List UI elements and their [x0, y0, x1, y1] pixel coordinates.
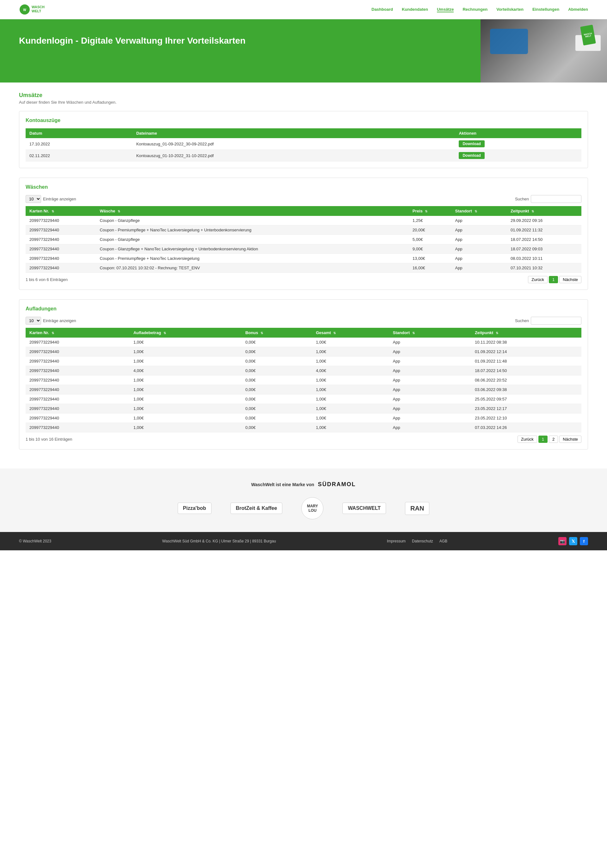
col-standort: Standort ⇅ [451, 206, 506, 216]
datum-cell: 17.10.2022 [26, 138, 132, 150]
waesche-cell: Coupon: 07.10.2021 10:32:02 - Rechnung: … [96, 263, 408, 273]
facebook-icon[interactable]: f [580, 537, 588, 545]
standort-cell: App [451, 235, 506, 244]
waeschen-page-1-btn[interactable]: 1 [549, 276, 558, 283]
aufladungen-search-input[interactable] [531, 317, 581, 325]
page-subtitle: Auf dieser finden Sie Ihre Wäschen und A… [19, 100, 588, 105]
bonus-cell: 0,00€ [242, 385, 312, 394]
instagram-icon[interactable]: 📷 [558, 537, 567, 545]
footer-agb[interactable]: AGB [439, 539, 447, 543]
waeschen-next-btn[interactable]: Nächste [559, 276, 581, 283]
col-waesche: Wäsche ⇅ [96, 206, 408, 216]
waeschen-search-label: Suchen [515, 197, 529, 202]
action-cell: Download [455, 138, 581, 150]
footer-brand-name: SÜDRAMOL [318, 481, 356, 487]
bonus-cell: 0,00€ [242, 366, 312, 375]
aufladungen-card: Aufladungen 10 25 50 Einträge anzeigen S… [19, 299, 588, 450]
zeitpunkt-cell: 25.05.2022 09:57 [471, 394, 581, 404]
col-gesamt: Gesamt ⇅ [312, 328, 389, 338]
waeschen-prev-btn[interactable]: Zurück [528, 276, 548, 283]
preis-cell: 20,00€ [409, 225, 452, 235]
aufladungen-search-control: Suchen [515, 317, 581, 325]
aufladebetrag-cell: 1,00€ [130, 347, 242, 356]
zeitpunkt-cell: 18.07.2022 14:50 [507, 235, 581, 244]
table-row: 17.10.2022 Kontoauszug_01-09-2022_30-09-… [26, 138, 581, 150]
aufladebetrag-cell: 1,00€ [130, 423, 242, 432]
nav-einstellungen[interactable]: Einstellungen [532, 7, 559, 12]
aufladungen-page-1-btn[interactable]: 1 [539, 436, 548, 443]
footer-links: Impressum Datenschutz AGB [387, 539, 447, 543]
table-row: 2099773229440 1,00€ 0,00€ 1,00€ App 23.0… [26, 414, 581, 423]
partner-logos: Pizza'bob BrotZeit & Kaffee MARY LOU WAS… [19, 497, 588, 519]
waeschen-search-input[interactable] [531, 195, 581, 203]
table-row: 2099773229440 Coupon - Premiumpflege + N… [26, 225, 581, 235]
col-karten-nr: Karten Nr. ⇅ [26, 206, 96, 216]
zeitpunkt-cell: 08.03.2022 10:11 [507, 254, 581, 263]
table-row: 2099773229440 1,00€ 0,00€ 1,00€ App 23.0… [26, 404, 581, 414]
gesamt-cell: 1,00€ [312, 404, 389, 414]
zeitpunkt-cell: 07.10.2021 10:32 [507, 263, 581, 273]
aufladungen-next-btn[interactable]: Nächste [559, 436, 581, 443]
bonus-cell: 0,00€ [242, 347, 312, 356]
zeitpunkt-cell: 01.09.2022 11:32 [507, 225, 581, 235]
aufladebetrag-cell: 1,00€ [130, 375, 242, 385]
waesche-cell: Coupon - Premiumpflege + NanoTec Lackver… [96, 225, 408, 235]
aufladungen-title: Aufladungen [26, 306, 581, 312]
waeschen-header-row: Karten Nr. ⇅ Wäsche ⇅ Preis ⇅ Standort ⇅… [26, 206, 581, 216]
standort-cell: App [451, 254, 506, 263]
aufladungen-page-2-btn[interactable]: 2 [549, 436, 558, 443]
twitter-icon[interactable]: 𝕏 [569, 537, 577, 545]
kontoauszuege-title: Kontoauszüge [26, 118, 581, 123]
standort-cell: App [389, 347, 471, 356]
nav-kundendaten[interactable]: Kundendaten [402, 7, 428, 12]
table-row: 2099773229440 Coupon - Glanzpflege + Nan… [26, 244, 581, 254]
logo-svg: W WASCH WELT [19, 4, 54, 15]
nav-abmelden[interactable]: Abmelden [568, 7, 588, 12]
preis-cell: 16,00€ [409, 263, 452, 273]
aufladebetrag-cell: 1,00€ [130, 414, 242, 423]
karten-nr-cell: 2099773229440 [26, 375, 130, 385]
bonus-cell: 0,00€ [242, 414, 312, 423]
table-row: 2099773229440 1,00€ 0,00€ 1,00€ App 10.1… [26, 338, 581, 347]
bonus-cell: 0,00€ [242, 375, 312, 385]
nav-vorteilskarten[interactable]: Vorteilskarten [496, 7, 523, 12]
nav-dashboard[interactable]: Dashboard [371, 7, 393, 12]
download-button[interactable]: Download [459, 140, 484, 147]
waeschen-search-control: Suchen [515, 195, 581, 203]
waeschen-entries-select[interactable]: 10 25 50 [26, 195, 41, 203]
download-button[interactable]: Download [459, 152, 484, 159]
aufladungen-prev-btn[interactable]: Zurück [517, 436, 537, 443]
aufladebetrag-cell: 1,00€ [130, 394, 242, 404]
gesamt-cell: 1,00€ [312, 356, 389, 366]
col-dateiname: Dateiname [132, 128, 455, 138]
table-row: 2099773229440 1,00€ 0,00€ 1,00€ App 03.0… [26, 385, 581, 394]
footer-brand-text: WaschWelt ist eine Marke von [251, 482, 314, 487]
standort-cell: App [389, 366, 471, 375]
gesamt-cell: 1,00€ [312, 375, 389, 385]
nav-rechnungen[interactable]: Rechnungen [463, 7, 487, 12]
karten-nr-cell: 2099773229440 [26, 235, 96, 244]
gesamt-cell: 1,00€ [312, 423, 389, 432]
preis-cell: 13,00€ [409, 254, 452, 263]
aufladungen-header-row: Karten Nr. ⇅ Aufladebetrag ⇅ Bonus ⇅ Ges… [26, 328, 581, 338]
footer-impressum[interactable]: Impressum [387, 539, 406, 543]
preis-cell: 5,00€ [409, 235, 452, 244]
bonus-cell: 0,00€ [242, 423, 312, 432]
zeitpunkt-cell: 18.07.2022 14:50 [471, 366, 581, 375]
footer-address: WaschWelt Süd GmbH & Co. KG | Ulmer Stra… [162, 539, 276, 543]
bonus-cell: 0,00€ [242, 394, 312, 404]
navbar: W WASCH WELT Dashboard Kundendaten Umsät… [0, 0, 607, 19]
nav-umsaetze[interactable]: Umsätze [437, 7, 454, 12]
standort-cell: App [389, 394, 471, 404]
waeschen-pagination: 1 bis 6 von 6 Einträgen Zurück 1 Nächste [26, 276, 581, 283]
partner-ran: RAN [405, 502, 429, 515]
karten-nr-cell: 2099773229440 [26, 366, 130, 375]
table-row: 2099773229440 1,00€ 0,00€ 1,00€ App 25.0… [26, 394, 581, 404]
gesamt-cell: 1,00€ [312, 347, 389, 356]
action-cell: Download [455, 150, 581, 161]
aufladungen-entries-select[interactable]: 10 25 50 [26, 317, 41, 325]
footer-datenschutz[interactable]: Datenschutz [412, 539, 433, 543]
zeitpunkt-cell: 23.05.2022 12:17 [471, 404, 581, 414]
footer-copyright: © WaschWelt 2023 [19, 539, 51, 543]
table-row: 2099773229440 1,00€ 0,00€ 1,00€ App 08.0… [26, 375, 581, 385]
